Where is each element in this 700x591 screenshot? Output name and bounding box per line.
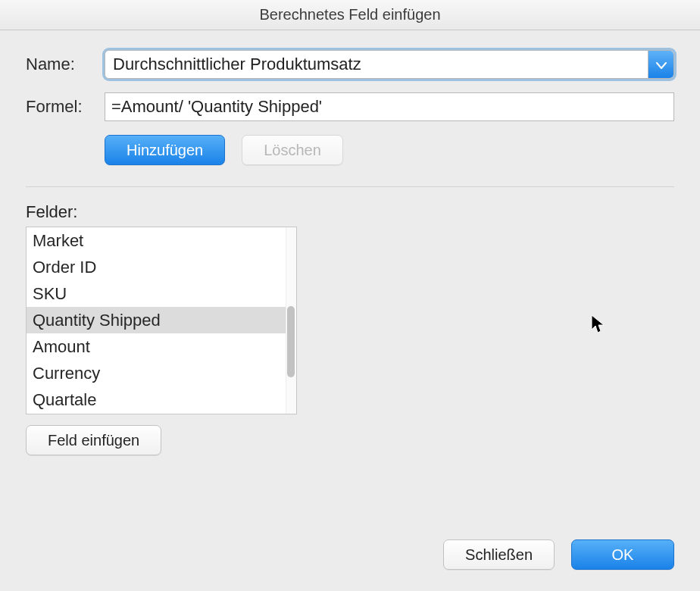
fields-listbox[interactable]: MarketOrder IDSKUQuantity ShippedAmountC… bbox=[26, 227, 297, 414]
delete-button: Löschen bbox=[242, 135, 343, 165]
scrollbar-thumb[interactable] bbox=[287, 306, 295, 377]
list-item[interactable]: Market bbox=[27, 227, 286, 254]
name-combobox[interactable] bbox=[105, 50, 674, 79]
add-button[interactable]: Hinzufügen bbox=[105, 135, 225, 165]
name-row: Name: bbox=[26, 50, 674, 79]
ok-button[interactable]: OK bbox=[571, 539, 674, 570]
dialog-window: Berechnetes Feld einfügen Name: Formel: bbox=[0, 0, 700, 591]
close-button[interactable]: Schließen bbox=[443, 539, 555, 570]
list-item[interactable]: Quartale bbox=[27, 386, 286, 413]
formula-label: Formel: bbox=[26, 97, 105, 117]
dialog-title: Berechnetes Feld einfügen bbox=[0, 0, 700, 30]
dialog-footer: Schließen OK bbox=[0, 539, 700, 591]
list-item[interactable]: Currency bbox=[27, 360, 286, 386]
name-label: Name: bbox=[26, 55, 105, 74]
scrollbar-track[interactable] bbox=[286, 227, 296, 414]
fields-label: Felder: bbox=[26, 202, 674, 222]
formula-input[interactable] bbox=[105, 92, 674, 121]
name-input[interactable] bbox=[105, 51, 648, 78]
dialog-content: Name: Formel: Hinzufügen Lösche bbox=[0, 30, 700, 539]
list-item[interactable]: SKU bbox=[27, 280, 286, 307]
list-item[interactable]: Amount bbox=[27, 333, 286, 360]
insert-field-button[interactable]: Feld einfügen bbox=[26, 425, 161, 455]
list-item[interactable]: Quantity Shipped bbox=[27, 307, 286, 333]
list-item[interactable]: Order ID bbox=[27, 254, 286, 280]
section-divider bbox=[26, 186, 674, 187]
formula-row: Formel: bbox=[26, 92, 674, 121]
chevron-down-icon bbox=[656, 55, 667, 73]
formula-buttons-row: Hinzufügen Löschen bbox=[105, 135, 674, 165]
name-dropdown-button[interactable] bbox=[648, 51, 673, 78]
